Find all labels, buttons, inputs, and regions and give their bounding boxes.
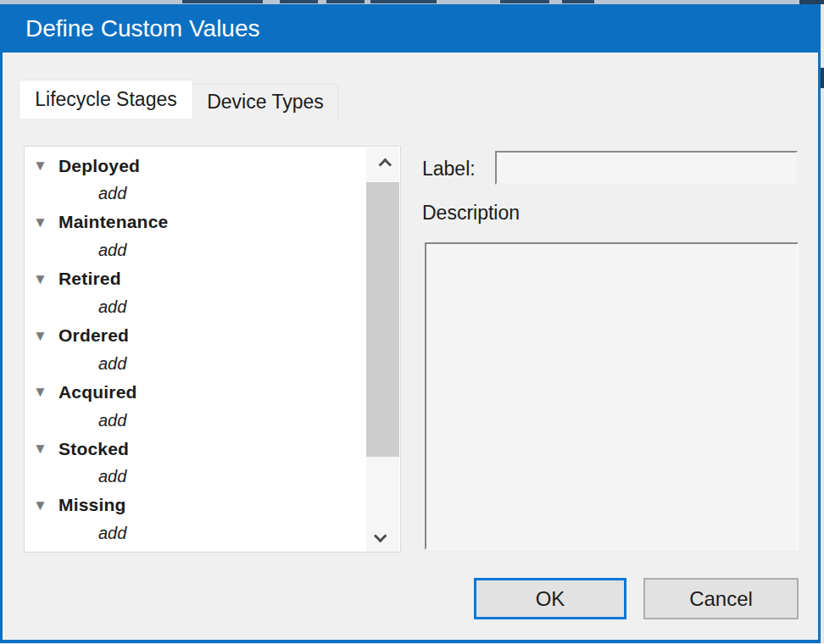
triangle-down-icon[interactable]: ▼ [33, 329, 58, 343]
chevron-up-icon [379, 158, 393, 171]
add-value-link[interactable]: add [25, 350, 367, 378]
list-scrollbar[interactable] [366, 147, 399, 552]
background-window-fragment [326, 0, 365, 3]
description-textarea[interactable] [425, 242, 799, 550]
tree-item-label: Missing [58, 495, 126, 515]
cancel-button[interactable]: Cancel [643, 578, 799, 619]
dialog-title: Define Custom Values [25, 15, 260, 42]
ok-button[interactable]: OK [474, 578, 626, 619]
description-caption: Description [422, 202, 520, 225]
tree-item-ordered[interactable]: ▼Ordered [25, 321, 367, 349]
tree-item-label: Acquired [58, 382, 137, 402]
add-value-link[interactable]: add [25, 463, 367, 491]
lifecycle-stages-list[interactable]: ▼Deployedadd▼Maintenanceadd▼Retiredadd▼O… [24, 146, 401, 552]
triangle-down-icon[interactable]: ▼ [33, 272, 58, 286]
background-window-fragment [370, 0, 437, 3]
triangle-down-icon[interactable]: ▼ [33, 441, 58, 456]
tab-lifecycle-stages[interactable]: Lifecycle Stages [19, 80, 193, 119]
tree-item-stocked[interactable]: ▼Stocked [25, 435, 367, 463]
scroll-up-button[interactable] [366, 147, 399, 181]
tree-item-acquired[interactable]: ▼Acquired [25, 378, 367, 406]
background-window-fragment [562, 0, 594, 3]
tree-item-label: Retired [58, 269, 121, 289]
scroll-down-button[interactable] [366, 519, 399, 552]
tree-item-label: Maintenance [58, 212, 168, 232]
background-window-fragment [500, 0, 549, 3]
tree-item-maintenance[interactable]: ▼Maintenance [25, 208, 367, 236]
triangle-down-icon[interactable]: ▼ [33, 385, 58, 399]
add-value-link[interactable]: add [25, 180, 367, 208]
dialog-titlebar[interactable]: Define Custom Values [3, 4, 818, 53]
triangle-down-icon[interactable]: ▼ [33, 498, 58, 513]
add-value-link[interactable]: add [25, 236, 367, 264]
tree-item-label: Deployed [58, 156, 140, 176]
tree-item-deployed[interactable]: ▼Deployed [25, 152, 367, 180]
label-input[interactable] [495, 151, 798, 185]
tab-label: Lifecycle Stages [35, 88, 176, 111]
chevron-down-icon [374, 529, 387, 542]
screen: Define Custom Values Lifecycle Stages De… [0, 0, 824, 644]
tree-item-label: Discarded [58, 552, 146, 552]
tree-item-discarded[interactable]: ▼Discarded [25, 547, 367, 552]
tab-device-types[interactable]: Device Types [193, 84, 338, 119]
tree-item-label: Ordered [58, 325, 129, 346]
add-value-link[interactable]: add [25, 407, 367, 435]
triangle-down-icon[interactable]: ▼ [33, 158, 58, 173]
label-caption: Label: [422, 158, 476, 180]
tab-label: Device Types [207, 91, 324, 114]
tree-item-retired[interactable]: ▼Retired [25, 265, 367, 293]
dialog-define-custom-values: Define Custom Values Lifecycle Stages De… [0, 4, 821, 643]
triangle-down-icon[interactable]: ▼ [33, 215, 58, 230]
lifecycle-stages-list-content: ▼Deployedadd▼Maintenanceadd▼Retiredadd▼O… [25, 147, 367, 552]
add-value-link[interactable]: add [25, 293, 367, 321]
add-value-link[interactable]: add [25, 519, 367, 547]
tree-item-missing[interactable]: ▼Missing [25, 491, 367, 519]
scrollbar-thumb[interactable] [366, 182, 399, 457]
background-window-fragment [280, 0, 318, 3]
dialog-body: Lifecycle Stages Device Types ▼Deployeda… [3, 53, 818, 640]
tree-item-label: Stocked [58, 439, 129, 459]
background-window-fragment [182, 0, 263, 3]
